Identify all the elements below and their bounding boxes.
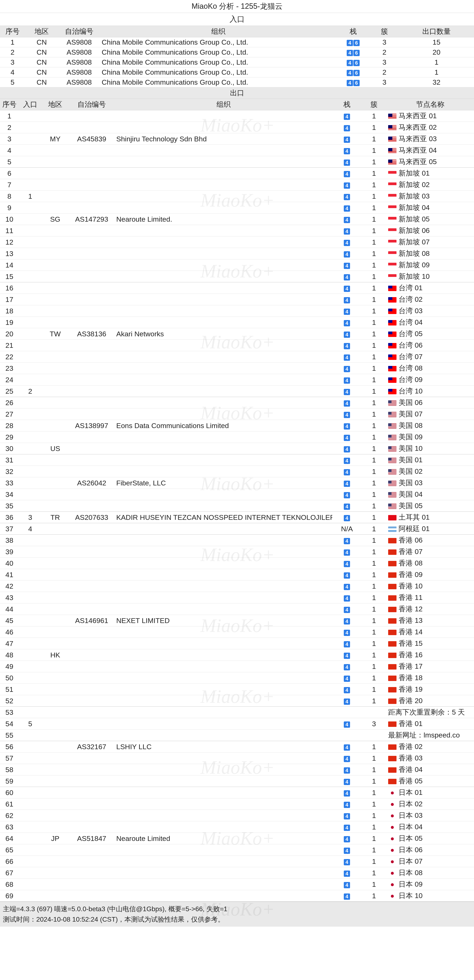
cell-idx: 3 <box>0 133 19 145</box>
cell-stack: 46 <box>336 47 370 57</box>
cell-entry <box>19 351 42 363</box>
cell-org <box>114 271 332 282</box>
exit-row: 141马来西亚 01 <box>0 110 474 122</box>
cell-entry: 1 <box>19 191 42 202</box>
cell-region <box>42 420 69 431</box>
cell-cluster: 1 <box>361 615 387 626</box>
cell-stack: 4 <box>332 626 361 638</box>
cell-node: 香港 05 <box>387 775 474 787</box>
cell-stack: 4 <box>332 202 361 213</box>
cell-asn <box>69 385 114 397</box>
exit-row: 1941台湾 04 <box>0 317 474 328</box>
cell-entry <box>19 706 42 718</box>
cell-org <box>114 374 332 385</box>
cell-org: KADIR HUSEYIN TEZCAN NOSSPEED INTERNET T… <box>114 512 332 523</box>
exit-row: 441马来西亚 04 <box>0 145 474 156</box>
flag-tw-icon <box>388 331 396 337</box>
cell-entry: 4 <box>19 523 42 535</box>
cell-region <box>42 684 69 695</box>
ipv4-badge: 4 <box>344 114 350 120</box>
flag-us-icon <box>388 423 396 429</box>
cell-node: 日本 10 <box>387 890 474 902</box>
cell-cluster: 1 <box>361 305 387 317</box>
cell-region <box>42 305 69 317</box>
cell-cluster: 1 <box>361 191 387 202</box>
cell-region: SG <box>42 213 69 225</box>
cell-idx: 62 <box>0 810 19 821</box>
cell-cluster: 1 <box>361 363 387 374</box>
cell-stack: 4 <box>332 684 361 695</box>
cell-org <box>114 730 332 741</box>
cell-asn <box>69 145 114 156</box>
cell-org <box>114 409 332 420</box>
cell-node: 新加坡 10 <box>387 271 474 282</box>
cell-region <box>42 672 69 684</box>
flag-sg-icon <box>388 183 396 188</box>
flag-us-icon <box>388 480 396 486</box>
cell-cluster: 1 <box>361 558 387 569</box>
cell-idx: 24 <box>0 374 19 385</box>
cell-idx: 35 <box>0 500 19 512</box>
cell-region: CN <box>25 67 58 77</box>
cell-idx: 37 <box>0 523 19 535</box>
exit-row: 1541新加坡 10 <box>0 271 474 282</box>
cell-entry <box>19 787 42 799</box>
cell-idx: 33 <box>0 477 19 489</box>
cell-stack: 4 <box>332 672 361 684</box>
cell-org <box>114 684 332 695</box>
cell-stack: 4 <box>332 168 361 179</box>
cell-asn: AS38136 <box>69 328 114 340</box>
flag-sg-icon <box>388 251 396 257</box>
cell-node: 美国 05 <box>387 500 474 512</box>
exit-row: 5241香港 20 <box>0 695 474 706</box>
cell-region: US <box>42 443 69 454</box>
cell-org: China Mobile Communications Group Co., L… <box>100 37 336 47</box>
cell-region: CN <box>25 57 58 67</box>
ipv4-badge: 4 <box>344 263 350 269</box>
exit-row: 1441新加坡 09 <box>0 259 474 271</box>
cell-cluster: 1 <box>361 225 387 237</box>
cell-org <box>114 168 332 179</box>
flag-sg-icon <box>388 194 396 199</box>
cell-region <box>42 259 69 271</box>
cell-idx: 5 <box>0 156 19 168</box>
cell-org: Nearoute Limited <box>114 833 332 844</box>
cell-stack: 4 <box>332 879 361 890</box>
cell-asn <box>69 672 114 684</box>
cell-org <box>114 305 332 317</box>
cell-node: 台湾 06 <box>387 340 474 351</box>
cell-org <box>114 110 332 122</box>
cell-region: MY <box>42 133 69 145</box>
cell-asn <box>69 856 114 867</box>
cell-stack: N/A <box>332 523 361 535</box>
cell-node: 马来西亚 01 <box>387 110 474 122</box>
cell-idx: 4 <box>0 145 19 156</box>
exit-row: 3241美国 02 <box>0 466 474 477</box>
flag-tw-icon <box>388 377 396 383</box>
flag-hk-icon <box>388 779 396 784</box>
flag-hk-icon <box>388 745 396 750</box>
cell-cluster: 1 <box>361 638 387 649</box>
cell-org <box>114 351 332 363</box>
cell-idx: 6 <box>0 168 19 179</box>
exit-row: 641新加坡 01 <box>0 168 474 179</box>
flag-sg-icon <box>388 171 396 177</box>
cell-entry <box>19 122 42 133</box>
ipv4-badge: 4 <box>344 412 350 418</box>
ipv4-badge: 4 <box>344 423 350 430</box>
ipv4-badge: 4 <box>344 171 350 177</box>
exit-row: 3841香港 06 <box>0 535 474 546</box>
cell-cluster: 2 <box>370 47 399 57</box>
cell-entry <box>19 305 42 317</box>
cell-stack: 46 <box>336 37 370 47</box>
cell-region <box>42 489 69 500</box>
cell-idx: 43 <box>0 592 19 603</box>
cell-asn <box>69 202 114 213</box>
cell-entry <box>19 569 42 581</box>
flag-my-icon <box>388 137 396 142</box>
cell-stack: 4 <box>332 351 361 363</box>
flag-us-icon <box>388 458 396 463</box>
cell-node: 马来西亚 02 <box>387 122 474 133</box>
cell-cluster: 1 <box>361 271 387 282</box>
ipv4-badge: 4 <box>344 745 350 751</box>
